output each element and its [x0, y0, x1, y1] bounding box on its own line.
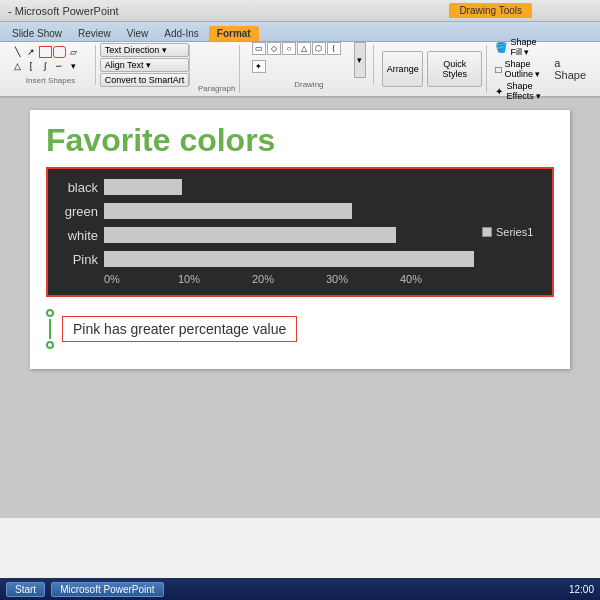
- x-tick-10: 10%: [178, 273, 252, 285]
- insert-shapes-label: Insert Shapes: [26, 76, 75, 85]
- paint-bucket-icon: 🪣: [495, 42, 507, 53]
- start-btn[interactable]: Start: [6, 582, 45, 597]
- x-tick-20: 20%: [252, 273, 326, 285]
- drawing-shape-5[interactable]: ⬡: [312, 42, 326, 55]
- align-text-btn[interactable]: Align Text ▾: [100, 58, 190, 72]
- connector-dot-bottom: [46, 341, 54, 349]
- drawing-dropdown-btn[interactable]: ▾: [354, 42, 366, 78]
- taskbar: Start Microsoft PowerPoint 12:00: [0, 578, 600, 600]
- arrange-btn[interactable]: Arrange: [382, 51, 423, 87]
- tab-review[interactable]: Review: [72, 26, 117, 41]
- taskbar-ppt-btn[interactable]: Microsoft PowerPoint: [51, 582, 163, 597]
- insert-shapes-group: ╲ ↗ ▱ △ [ ∫ ∽ ▾ Insert Shapes: [6, 45, 96, 85]
- tab-format[interactable]: Format: [209, 26, 259, 41]
- drawing-shape-2[interactable]: ◇: [267, 42, 281, 55]
- effects-icon: ✦: [495, 86, 503, 97]
- chart-legend: Series1: [482, 226, 542, 238]
- tab-view[interactable]: View: [121, 26, 155, 41]
- connector-line: [49, 319, 51, 339]
- more-shapes-btn[interactable]: ▾: [67, 60, 80, 72]
- bar-fill-white: [104, 227, 396, 243]
- slide-frame: Favorite colors black green: [30, 110, 570, 369]
- bar-fill-green: [104, 203, 352, 219]
- slide-title: Favorite colors: [46, 122, 554, 159]
- freeform-icon: ∽: [53, 60, 66, 72]
- connector-shape: [46, 309, 54, 349]
- bar-track-black: [104, 179, 474, 195]
- x-tick-40: 40%: [400, 273, 474, 285]
- triangle-icon: △: [11, 60, 24, 72]
- text-direction-btn[interactable]: Text Direction ▾: [100, 43, 190, 57]
- bar-label-white: white: [58, 228, 98, 243]
- title-bar: - Microsoft PowerPoint Drawing Tools: [0, 0, 600, 22]
- convert-smartart-btn[interactable]: Convert to SmartArt: [100, 73, 190, 87]
- drawing-shape-7[interactable]: ✦: [252, 60, 266, 73]
- bar-label-black: black: [58, 180, 98, 195]
- bar-fill-pink: [104, 251, 474, 267]
- bar-track-green: [104, 203, 474, 219]
- paragraph-label: Paragraph: [198, 84, 235, 93]
- chart-inner: black green white: [58, 179, 474, 285]
- bar-fill-black: [104, 179, 182, 195]
- table-row: black: [58, 179, 474, 195]
- legend-swatch: [482, 227, 492, 237]
- x-tick-30: 30%: [326, 273, 400, 285]
- rounded-rect-icon: [53, 46, 66, 58]
- arrow-icon: ↗: [25, 46, 38, 58]
- outline-icon: □: [495, 64, 501, 75]
- bar-label-pink: Pink: [58, 252, 98, 267]
- connector-dot-top: [46, 309, 54, 317]
- drawing-group: ▭ ◇ ○ △ ⬡ ⟨ ✦ ▾ Drawing: [244, 45, 374, 85]
- bar-label-green: green: [58, 204, 98, 219]
- callout-textbox[interactable]: Pink has greater percentage value: [62, 316, 297, 342]
- text-group: Text Direction ▾ Align Text ▾ Convert to…: [100, 45, 190, 85]
- drawing-shape-4[interactable]: △: [297, 42, 311, 55]
- rect-icon: [39, 46, 52, 58]
- app-title: - Microsoft PowerPoint: [8, 5, 119, 17]
- shape-fill-btn[interactable]: 🪣 Shape Fill ▾: [495, 37, 546, 57]
- drawing-shape-1[interactable]: ▭: [252, 42, 266, 55]
- chart-container: black green white: [46, 167, 554, 297]
- chart-x-axis: 0% 10% 20% 30% 40%: [104, 273, 474, 285]
- bracket-icon: [: [25, 60, 38, 72]
- drawing-shape-6[interactable]: ⟨: [327, 42, 341, 55]
- tab-addins[interactable]: Add-Ins: [158, 26, 204, 41]
- x-tick-0: 0%: [104, 273, 178, 285]
- legend-series1: Series1: [482, 226, 533, 238]
- parallelogram-icon: ▱: [67, 46, 80, 58]
- curve-icon: ∫: [39, 60, 52, 72]
- table-row: white: [58, 227, 474, 243]
- table-row: green: [58, 203, 474, 219]
- callout-text: Pink has greater percentage value: [73, 321, 286, 337]
- legend-label: Series1: [496, 226, 533, 238]
- quick-styles-btn[interactable]: Quick Styles: [427, 51, 482, 87]
- callout-container: Pink has greater percentage value: [46, 309, 554, 349]
- table-row: Pink: [58, 251, 474, 267]
- shape-label: a Shape: [554, 57, 586, 81]
- chart-bars: black green white: [58, 179, 474, 267]
- drawing-label: Drawing: [294, 80, 323, 89]
- shape-effects-btn[interactable]: ✦ Shape Effects ▾: [495, 81, 546, 101]
- drawing-shape-3[interactable]: ○: [282, 42, 296, 55]
- bar-track-pink: [104, 251, 474, 267]
- bar-track-white: [104, 227, 474, 243]
- line-icon: ╲: [11, 46, 24, 58]
- tab-slideshow[interactable]: Slide Show: [6, 26, 68, 41]
- taskbar-clock: 12:00: [569, 584, 594, 595]
- shape-outline-btn[interactable]: □ Shape Outline ▾: [495, 59, 546, 79]
- drawing-tools-tab: Drawing Tools: [449, 3, 532, 18]
